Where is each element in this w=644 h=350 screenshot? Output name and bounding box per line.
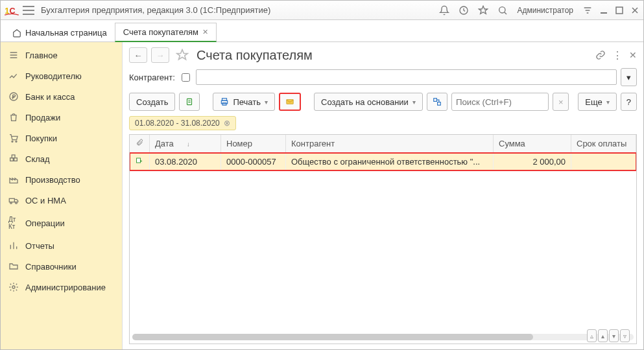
svg-rect-22 — [137, 158, 141, 163]
sidebar-item-label: Справочники — [25, 262, 77, 272]
boxes-icon — [8, 154, 19, 164]
truck-icon — [8, 195, 19, 205]
main-menu-button[interactable] — [23, 6, 34, 15]
cart-icon — [8, 133, 19, 143]
window-close-icon[interactable] — [630, 6, 639, 15]
create-button-label: Создать — [136, 97, 168, 107]
chart-line-icon — [8, 71, 19, 81]
more-button[interactable]: Еще▾ — [578, 93, 616, 111]
star-icon[interactable] — [478, 5, 488, 16]
scroll-down-button[interactable]: ▾ — [609, 329, 619, 342]
sidebar-item-production[interactable]: Производство — [1, 169, 122, 190]
dtkt-icon: ДтКт — [8, 216, 19, 230]
svg-point-7 — [16, 141, 17, 142]
filter-dropdown-button[interactable]: ▾ — [621, 68, 637, 86]
tab-home[interactable]: Начальная страница — [5, 24, 115, 41]
sidebar-item-label: Руководителю — [25, 71, 82, 81]
tab-home-label: Начальная страница — [25, 28, 107, 38]
tab-active[interactable]: Счета покупателям ✕ — [115, 23, 217, 42]
svg-rect-9 — [14, 158, 18, 161]
table-row[interactable]: 03.08.2020 0000-000057 Общество с ограни… — [130, 153, 636, 171]
factory-icon — [8, 174, 19, 185]
sidebar-item-label: Операции — [25, 218, 65, 228]
sidebar-item-admin[interactable]: Администрирование — [1, 277, 122, 298]
titlebar: 1С Бухгалтерия предприятия, редакция 3.0… — [1, 1, 643, 20]
nav-forward-button[interactable]: → — [151, 47, 169, 63]
kebab-icon[interactable]: ⋮ — [612, 49, 623, 62]
create-based-button[interactable]: Создать на основании▾ — [314, 93, 423, 111]
filter-checkbox[interactable] — [182, 73, 190, 82]
col-sum[interactable]: Сумма — [494, 135, 571, 153]
envelope-icon — [285, 97, 294, 106]
folder-icon — [8, 261, 19, 272]
copy-doc-icon — [185, 97, 194, 106]
maximize-icon[interactable] — [615, 6, 624, 15]
scroll-bottom-button[interactable]: ▿ — [620, 329, 630, 342]
scroll-up-button[interactable]: ▴ — [598, 329, 608, 342]
copy-button[interactable] — [179, 93, 200, 111]
print-button[interactable]: Печать▾ — [213, 93, 275, 111]
settings-lines-icon[interactable] — [582, 5, 593, 16]
sidebar-item-manager[interactable]: Руководителю — [1, 65, 122, 86]
close-page-icon[interactable]: ✕ — [629, 50, 637, 60]
search-icon[interactable] — [497, 5, 508, 16]
sidebar-item-operations[interactable]: ДтКтОперации — [1, 211, 122, 235]
bell-icon[interactable] — [439, 5, 449, 16]
sidebar-item-sales[interactable]: Продажи — [1, 107, 122, 128]
help-button[interactable]: ? — [621, 93, 637, 111]
data-table: Дата↓ Номер Контрагент Сумма Срок оплаты… — [129, 134, 637, 344]
app-logo-icon: 1С — [5, 5, 19, 16]
tab-bar: Начальная страница Счета покупателям ✕ — [1, 20, 643, 42]
sidebar: Главное Руководителю Банк и касса Продаж… — [1, 42, 123, 349]
col-number[interactable]: Номер — [221, 135, 286, 153]
print-button-label: Печать — [233, 97, 261, 107]
minimize-icon[interactable] — [599, 6, 608, 15]
tab-close-icon[interactable]: ✕ — [202, 28, 208, 36]
create-button[interactable]: Создать — [129, 93, 175, 111]
sidebar-item-assets[interactable]: ОС и НМА — [1, 190, 122, 211]
doc-status-icon — [135, 157, 144, 165]
sidebar-item-label: Продажи — [25, 113, 60, 122]
col-contragent-label: Контрагент — [291, 139, 335, 148]
create-based-label: Создать на основании — [321, 97, 409, 107]
more-button-label: Еще — [585, 97, 602, 107]
col-due[interactable]: Срок оплаты — [571, 135, 636, 153]
horizontal-scrollbar[interactable] — [132, 331, 634, 344]
sidebar-item-reports[interactable]: Отчеты — [1, 235, 122, 256]
sidebar-item-warehouse[interactable]: Склад — [1, 148, 122, 169]
bag-icon — [8, 112, 19, 122]
cell-contragent: Общество с ограниченной ответственностью… — [286, 153, 494, 171]
page-title: Счета покупателям — [197, 48, 591, 63]
content-area: ← → Счета покупателям ⋮ ✕ Контрагент: ▾ … — [123, 42, 643, 349]
user-label[interactable]: Администратор — [517, 6, 573, 15]
col-attachment[interactable] — [130, 135, 150, 153]
favorite-star-icon[interactable] — [176, 49, 189, 62]
sidebar-item-label: ОС и НМА — [25, 196, 66, 205]
svg-point-12 — [10, 202, 12, 204]
sidebar-item-label: Производство — [25, 175, 80, 185]
sidebar-item-bank[interactable]: Банк и касса — [1, 86, 122, 107]
period-chip-clear-icon[interactable]: ⊗ — [224, 119, 230, 128]
filter-label: Контрагент: — [129, 73, 175, 82]
history-icon[interactable] — [459, 5, 469, 16]
link-icon[interactable] — [595, 50, 606, 60]
svg-rect-4 — [616, 7, 623, 14]
sidebar-item-main[interactable]: Главное — [1, 45, 122, 65]
search-input[interactable] — [451, 93, 549, 111]
svg-point-3 — [499, 6, 505, 12]
related-docs-button[interactable] — [427, 93, 447, 111]
scroll-top-button[interactable]: ▵ — [587, 329, 597, 342]
sidebar-item-label: Главное — [25, 51, 58, 60]
contragent-filter-input[interactable] — [196, 69, 617, 85]
sidebar-item-catalogs[interactable]: Справочники — [1, 256, 122, 277]
sidebar-item-purchases[interactable]: Покупки — [1, 128, 122, 148]
clear-search-button[interactable]: × — [553, 93, 569, 111]
email-button[interactable] — [279, 93, 301, 111]
nav-back-button[interactable]: ← — [129, 47, 147, 63]
period-filter-chip[interactable]: 01.08.2020 - 31.08.2020 ⊗ — [129, 116, 236, 130]
svg-point-6 — [12, 141, 13, 142]
col-date[interactable]: Дата↓ — [150, 135, 221, 153]
col-contragent[interactable]: Контрагент — [286, 135, 494, 153]
app-title: Бухгалтерия предприятия, редакция 3.0 (1… — [41, 5, 439, 15]
linked-docs-icon — [433, 97, 442, 106]
